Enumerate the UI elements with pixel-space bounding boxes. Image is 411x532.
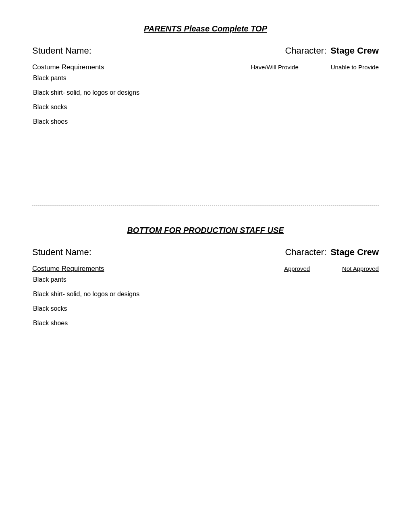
page: PARENTS Please Complete TOP Student Name…	[0, 0, 411, 532]
top-spacer	[32, 133, 379, 181]
top-student-name-row: Student Name: Character: Stage Crew	[32, 46, 379, 56]
bottom-approved-label: Approved	[284, 265, 310, 272]
top-costume-req-label: Costume Requirements	[32, 63, 104, 71]
bottom-spacer	[32, 334, 379, 366]
bottom-approved-labels: Approved Not Approved	[284, 265, 379, 272]
bottom-costume-req-label: Costume Requirements	[32, 265, 104, 273]
top-item-3: Black socks	[32, 104, 379, 111]
top-item-2: Black shirt- solid, no logos or designs	[32, 89, 379, 96]
bottom-character-label: Character:	[285, 247, 326, 258]
top-have-will-provide-label: Have/Will Provide	[251, 64, 298, 71]
top-character-label: Character:	[285, 46, 326, 56]
bottom-student-name-label: Student Name:	[32, 247, 91, 258]
top-student-name-label: Student Name:	[32, 46, 91, 56]
bottom-item-3: Black socks	[32, 305, 379, 312]
top-section: PARENTS Please Complete TOP Student Name…	[32, 24, 379, 181]
top-item-4: Black shoes	[32, 118, 379, 125]
bottom-costume-header-row: Costume Requirements Approved Not Approv…	[32, 265, 379, 273]
bottom-item-4: Black shoes	[32, 320, 379, 327]
bottom-character-value: Stage Crew	[330, 247, 379, 258]
top-section-title: PARENTS Please Complete TOP	[32, 24, 379, 33]
bottom-section: BOTTOM FOR PRODUCTION STAFF USE Student …	[32, 226, 379, 366]
bottom-character-block: Character: Stage Crew	[285, 247, 379, 258]
bottom-not-approved-label: Not Approved	[342, 265, 379, 272]
top-item-1: Black pants	[32, 75, 379, 82]
top-costume-header-row: Costume Requirements Have/Will Provide U…	[32, 63, 379, 71]
bottom-student-name-row: Student Name: Character: Stage Crew	[32, 247, 379, 258]
section-divider	[32, 205, 379, 206]
top-character-block: Character: Stage Crew	[285, 46, 379, 56]
top-unable-to-provide-label: Unable to Provide	[331, 64, 379, 71]
top-provide-labels: Have/Will Provide Unable to Provide	[251, 64, 379, 71]
bottom-item-1: Black pants	[32, 276, 379, 283]
bottom-item-2: Black shirt- solid, no logos or designs	[32, 291, 379, 298]
top-character-value: Stage Crew	[330, 46, 379, 56]
bottom-section-title: BOTTOM FOR PRODUCTION STAFF USE	[32, 226, 379, 235]
